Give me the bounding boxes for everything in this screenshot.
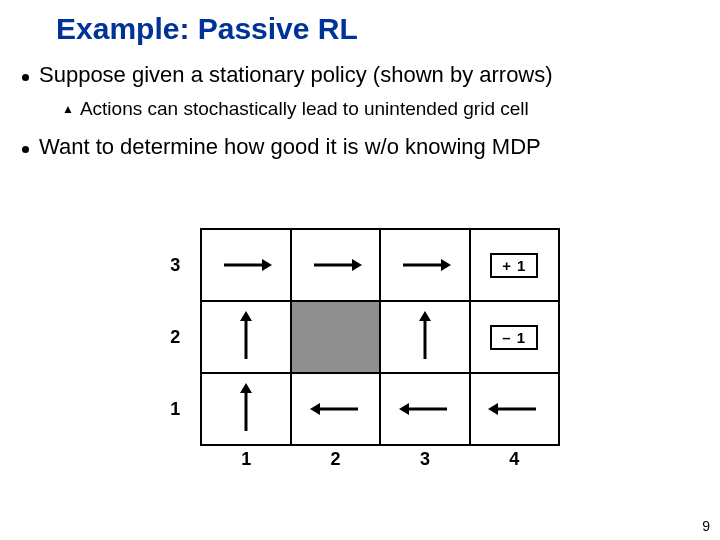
svg-marker-9 — [419, 311, 431, 321]
gridworld: 3 + 1 2 – 1 — [160, 228, 560, 472]
arrow-right-icon — [310, 255, 362, 275]
bullet-1: Suppose given a stationary policy (shown… — [22, 62, 553, 88]
cell-1-1 — [201, 373, 290, 445]
col-label-3: 3 — [380, 445, 469, 472]
arrow-up-icon — [236, 311, 256, 363]
arrow-left-icon — [399, 399, 451, 419]
grid-row-2: 2 – 1 — [160, 301, 559, 373]
row-label-2: 2 — [160, 301, 201, 373]
svg-marker-13 — [310, 403, 320, 415]
cell-3-4: + 1 — [470, 229, 559, 301]
grid-row-3: 3 + 1 — [160, 229, 559, 301]
cell-1-2 — [291, 373, 380, 445]
page-number: 9 — [702, 518, 710, 534]
bullet-2: Want to determine how good it is w/o kno… — [22, 134, 541, 160]
svg-marker-7 — [240, 311, 252, 321]
cell-2-2-obstacle — [291, 301, 380, 373]
arrow-left-icon — [488, 399, 540, 419]
svg-marker-17 — [488, 403, 498, 415]
arrow-up-icon — [415, 311, 435, 363]
reward-minus-one: – 1 — [490, 325, 538, 350]
arrow-left-icon — [310, 399, 362, 419]
grid-row-1: 1 — [160, 373, 559, 445]
col-label-spacer — [160, 445, 201, 472]
bullet-1-text: Suppose given a stationary policy (shown… — [39, 62, 553, 88]
bullet-dot-icon — [22, 146, 29, 153]
cell-2-1 — [201, 301, 290, 373]
row-label-1: 1 — [160, 373, 201, 445]
cell-2-4: – 1 — [470, 301, 559, 373]
svg-marker-11 — [240, 383, 252, 393]
bullet-1-sub-text: Actions can stochastically lead to unint… — [80, 98, 529, 120]
cell-1-3 — [380, 373, 469, 445]
grid-table: 3 + 1 2 – 1 — [160, 228, 560, 472]
arrow-up-icon — [236, 383, 256, 435]
cell-3-1 — [201, 229, 290, 301]
bullet-2-text: Want to determine how good it is w/o kno… — [39, 134, 541, 160]
svg-marker-3 — [352, 259, 362, 271]
triangle-up-icon: ▲ — [62, 102, 74, 116]
svg-marker-1 — [262, 259, 272, 271]
col-label-2: 2 — [291, 445, 380, 472]
svg-marker-5 — [441, 259, 451, 271]
cell-1-4 — [470, 373, 559, 445]
cell-2-3 — [380, 301, 469, 373]
arrow-right-icon — [220, 255, 272, 275]
arrow-right-icon — [399, 255, 451, 275]
row-label-3: 3 — [160, 229, 201, 301]
bullet-1-sub: ▲ Actions can stochastically lead to uni… — [62, 98, 529, 120]
reward-plus-one: + 1 — [490, 253, 538, 278]
cell-3-2 — [291, 229, 380, 301]
cell-3-3 — [380, 229, 469, 301]
col-label-4: 4 — [470, 445, 559, 472]
grid-col-labels: 1 2 3 4 — [160, 445, 559, 472]
col-label-1: 1 — [201, 445, 290, 472]
slide-title: Example: Passive RL — [56, 12, 358, 46]
bullet-dot-icon — [22, 74, 29, 81]
svg-marker-15 — [399, 403, 409, 415]
